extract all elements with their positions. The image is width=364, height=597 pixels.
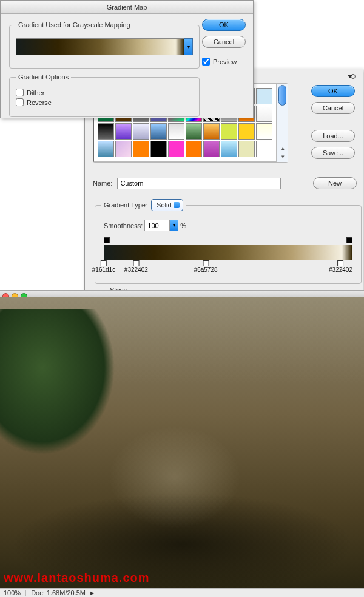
gradient-type-label: Gradient Type:: [104, 201, 147, 209]
gradient-map-buttons: OK Cancel Preview: [202, 19, 246, 67]
mapping-legend: Gradient Used for Grayscale Mapping: [16, 21, 133, 29]
gradient-picker-dropdown-icon[interactable]: ▾: [184, 38, 193, 55]
preset-swatch[interactable]: [256, 88, 272, 104]
preview-checkbox[interactable]: [202, 58, 210, 66]
preset-swatch[interactable]: [115, 141, 132, 157]
reverse-checkbox-row[interactable]: Reverse: [16, 98, 193, 106]
document-size: Doc: 1.68M/20.5M: [31, 589, 86, 596]
preset-swatch[interactable]: [133, 123, 149, 140]
dither-checkbox-row[interactable]: Dither: [16, 89, 193, 96]
editor-button-column: OK Cancel Load... Save...: [311, 85, 355, 159]
preset-swatch[interactable]: [203, 123, 220, 140]
preset-swatch[interactable]: [203, 141, 220, 157]
name-input[interactable]: [117, 178, 281, 189]
preset-swatch[interactable]: [98, 123, 114, 140]
preset-swatch[interactable]: [186, 141, 202, 157]
foreground-tree: [0, 309, 115, 455]
preview-checkbox-row[interactable]: Preview: [202, 58, 246, 66]
smoothness-dropdown-icon[interactable]: ▾: [170, 220, 178, 231]
gradient-ramp[interactable]: [104, 245, 352, 260]
dither-checkbox[interactable]: [16, 89, 24, 96]
reverse-checkbox[interactable]: [16, 98, 24, 106]
scrollbar-thumb[interactable]: [278, 85, 286, 106]
ok-button[interactable]: OK: [202, 19, 246, 31]
preset-swatch[interactable]: [256, 106, 272, 122]
preset-swatch[interactable]: [221, 141, 237, 157]
color-stop-3-hex: #6a5728: [194, 266, 218, 273]
flyout-menu-icon[interactable]: [351, 74, 356, 79]
opacity-stop-right[interactable]: [346, 237, 352, 243]
editor-ok-button[interactable]: OK: [311, 85, 355, 97]
editor-cancel-button[interactable]: Cancel: [311, 102, 355, 114]
preset-swatch[interactable]: [238, 141, 255, 157]
new-button[interactable]: New: [313, 177, 357, 189]
color-stop-1[interactable]: [101, 260, 107, 266]
preset-swatch[interactable]: [150, 123, 167, 140]
options-legend: Gradient Options: [16, 73, 71, 81]
editor-load-button[interactable]: Load...: [311, 130, 355, 142]
gradient-type-select[interactable]: Solid: [151, 199, 183, 211]
preset-swatch[interactable]: [256, 123, 272, 140]
window-title: Gradient Map: [1, 1, 253, 14]
preset-swatch[interactable]: [256, 141, 272, 157]
smoothness-input[interactable]: [144, 220, 170, 231]
color-stop-2[interactable]: [133, 260, 139, 266]
scroll-down-arrow[interactable]: ▾: [279, 153, 286, 161]
preset-swatch[interactable]: [98, 141, 114, 157]
opacity-stop-left[interactable]: [104, 237, 110, 243]
preset-swatch[interactable]: [133, 141, 149, 157]
color-stop-1-hex: #161d1c: [92, 266, 115, 273]
preset-scrollbar[interactable]: ▴ ▾: [277, 84, 288, 162]
gradient-preview-bar[interactable]: [16, 38, 184, 55]
gradient-type-fieldset: Gradient Type: Solid Smoothness: ▾ % #16…: [95, 199, 362, 284]
preset-swatch[interactable]: [168, 141, 184, 157]
preset-swatch[interactable]: [168, 123, 184, 140]
options-fieldset: Gradient Options Dither Reverse: [9, 73, 200, 117]
preset-swatch[interactable]: [238, 123, 255, 140]
gradient-map-window: Gradient Map Gradient Used for Grayscale…: [0, 0, 254, 118]
preset-swatch[interactable]: [115, 123, 132, 140]
color-stop-4-hex: #322402: [329, 266, 352, 273]
preset-swatch[interactable]: [186, 123, 202, 140]
editor-save-button[interactable]: Save...: [311, 147, 355, 159]
color-stop-2-hex: #322402: [124, 266, 148, 273]
scroll-up-arrow[interactable]: ▴: [279, 145, 286, 152]
preset-swatch[interactable]: [221, 123, 237, 140]
smoothness-label: Smoothness:: [104, 222, 143, 229]
status-bar: 100% Doc: 1.68M/20.5M ▶: [0, 588, 364, 597]
cancel-button[interactable]: Cancel: [202, 36, 246, 48]
mapping-fieldset: Gradient Used for Grayscale Mapping ▾: [9, 21, 200, 69]
reverse-label: Reverse: [27, 99, 52, 106]
watermark-text: www.lantaoshuma.com: [4, 571, 150, 585]
status-flyout-icon[interactable]: ▶: [90, 590, 94, 596]
preview-label: Preview: [213, 58, 237, 66]
preset-swatch[interactable]: [150, 141, 167, 157]
name-label: Name:: [93, 180, 112, 187]
color-stop-3[interactable]: [203, 260, 209, 266]
name-row: Name: New: [93, 177, 357, 189]
color-stop-4[interactable]: [338, 260, 344, 266]
smoothness-percent: %: [180, 222, 186, 229]
dither-label: Dither: [27, 89, 44, 96]
zoom-level[interactable]: 100%: [4, 589, 21, 596]
